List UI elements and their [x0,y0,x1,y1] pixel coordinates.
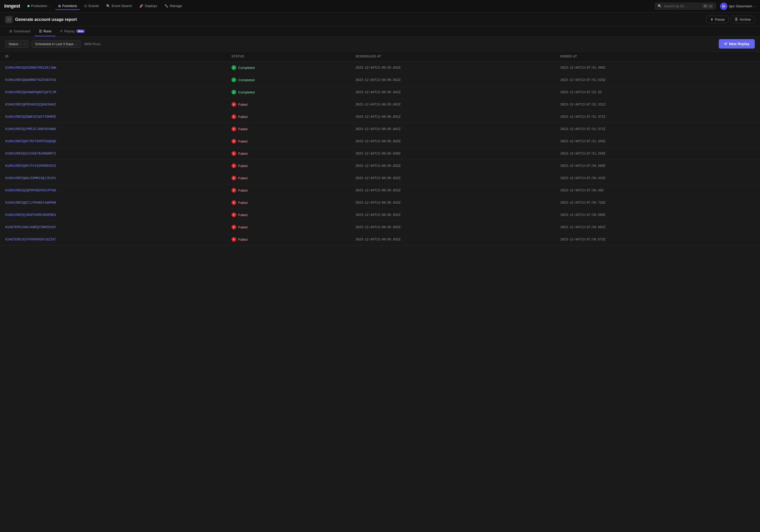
archive-button[interactable]: 🗄 Archive [731,16,755,23]
status-cell: ✓ Completed [231,90,345,94]
table-row: 01HH1XRE5QQT1JYKHKEXJWHPWA ✕ Failed 2023… [0,197,760,209]
pause-icon: ⏸ [710,18,714,22]
run-id-link[interactable]: 01HH1XRE5Q6PJTV16ZM4M8SSVZ [5,164,56,168]
status-cell: ✕ Failed [231,151,345,156]
pause-button[interactable]: ⏸ Pause [706,16,729,23]
status-cell: ✕ Failed [231,188,345,193]
table-row: 01HGTEM5182YF09X8HSF16Z297 ✕ Failed 2023… [0,233,760,246]
search-input[interactable] [664,4,700,8]
search-bar[interactable]: 🔍 ⌘ K [655,3,716,10]
ended-at: 2023-12-04T13:07:51.371Z [560,115,605,119]
ended-at: 2023-12-04T13:07:50.433Z [560,176,605,180]
table-row: 01HH1XRE5QJPM5JFJ0AFM29AWG ✕ Failed 2023… [0,123,760,135]
col-scheduled-at: Scheduled At [350,51,555,62]
status-cell: ✓ Completed [231,77,345,82]
status-label: Failed [238,103,247,107]
table-row: 01HH1XRE5Q2QP9P5BZH56JPYA0 ✕ Failed 2023… [0,184,760,197]
run-id-link[interactable]: 01HH1XRE5QGFYRCTDXPFE8Q6Q0 [5,140,56,143]
table-row: 01HH1XRE5Q303DNG70K2Z0JJWW ✓ Completed 2… [0,62,760,74]
status-label: Failed [238,152,247,156]
user-menu[interactable]: IG Igor Gassmann ⌄ [720,3,756,10]
status-icon: ✕ [231,139,236,144]
header-actions: ⏸ Pause 🗄 Archive [706,16,755,23]
scheduled-at: 2023-12-04T13:00:05.041Z [356,127,401,131]
nav-event-search[interactable]: 🔍 Event Search [103,2,135,10]
nav-manage[interactable]: 🔧 Manage [161,2,185,10]
search-bar-icon: 🔍 [658,4,662,8]
run-id-link[interactable]: 01HH1XRE5QPRSH0ZGZQ6A2KAVZ [5,103,56,107]
tab-runs[interactable]: ☰ Runs [35,26,56,36]
page-header: ⬛ Generate account usage report ⏸ Pause … [0,13,760,26]
run-id-link[interactable]: 01HH1XRE5QJPM5JFJ0AFM29AWG [5,127,56,131]
run-id-link[interactable]: 01HGTEM5182YF09X8HSF16Z297 [5,238,56,241]
table-row: 01HH1XRE5QJHG0T8GMFADGPBE6 ✕ Failed 2023… [0,209,760,221]
status-label: Failed [238,176,247,180]
ended-at: 2023-12-04T13:07:51.525Z [560,78,605,82]
nav-production-label: Production [31,4,47,8]
scheduled-at: 2023-12-04T13:00:05.032Z [356,225,401,229]
ended-at: 2023-12-04T13:07:51.371Z [560,127,605,131]
ended-at: 2023-12-04T13:07:50.673Z [560,238,605,241]
status-label: Failed [238,164,247,168]
status-icon: ✕ [231,237,236,242]
table-row: 01HH1XRE5Q3DWEXZCW47YDHMVE ✕ Failed 2023… [0,111,760,123]
logo: inngest [4,3,20,9]
nav-events[interactable]: ⊡ Events [81,2,102,10]
run-id-link[interactable]: 01HH1XRE5QQT1JYKHKEXJWHPWA [5,201,56,205]
kbd-cmd: ⌘ [703,4,708,8]
user-chevron-icon: ⌄ [754,5,756,8]
scheduled-filter[interactable]: Scheduled in Last 3 Days ⌄ [31,40,80,48]
page-title: Generate account usage report [15,17,77,22]
ended-at: 2023-12-04T13:07:52.331Z [560,103,605,107]
run-id-link[interactable]: 01HGTEM518A6JXWPQY5NKD910Y [5,225,56,229]
functions-icon: ⊞ [58,4,61,8]
nav-deploys[interactable]: 🚀 Deploys [136,2,160,10]
topnav: inngest Production ⌄ ⊞ Functions ⊡ Event… [0,0,760,13]
events-icon: ⊡ [84,4,87,8]
table-header: ID Status Scheduled At Ended At [0,51,760,62]
status-icon: ✕ [231,213,236,217]
status-filter[interactable]: Status ··· ⌄ [5,40,29,48]
status-label: Failed [238,139,247,143]
run-id-link[interactable]: 01HH1XRE5Q2QP9P5BZH56JPYA0 [5,189,56,192]
status-chevron-icon: ⌄ [24,43,25,45]
ended-at: 2023-12-04T13:07:50.509Z [560,213,605,217]
ended-at: 2023-12-04T13:07:50.588Z [560,164,605,168]
col-ended-at: Ended At [555,51,760,62]
scheduled-at: 2023-12-04T13:00:05.032Z [356,201,401,205]
run-id-link[interactable]: 01HH1XRE5Q94DW68QAFFQ4TCJM [5,91,56,94]
production-dot-icon [27,5,29,7]
status-label: Failed [238,225,247,229]
run-id-link[interactable]: 01HH1XRE5QAAJS9MM19QJJD1R1 [5,176,56,180]
table-row: 01HGTEM518A6JXWPQY5NKD910Y ✕ Failed 2023… [0,221,760,233]
ended-at: 2023-12-04T13:07:50.682Z [560,225,605,229]
avatar: IG [720,3,727,10]
table-row: 01HH1XRE5Q4153GA7B48RWAM72 ✕ Failed 2023… [0,148,760,160]
run-id-link[interactable]: 01HH1XRE5Q3DWEXZCW47YDHMVE [5,115,56,119]
status-label: Completed [238,78,255,82]
nav-event-search-label: Event Search [112,4,132,8]
new-replay-button[interactable]: ↺ New Replay [719,39,755,49]
scheduled-at: 2023-12-04T13:00:05.042Z [356,103,401,107]
status-cell: ✕ Failed [231,139,345,144]
tab-replay[interactable]: ↺ Replay New [56,26,89,36]
scheduled-at: 2023-12-04T13:00:05.042Z [356,66,401,70]
archive-icon: 🗄 [735,18,738,22]
nav-production[interactable]: Production ⌄ [24,2,54,10]
status-label: Failed [238,213,247,217]
run-id-link[interactable]: 01HH1XRE5Q6W0RNFYGZFG03TG4 [5,78,56,82]
user-name: Igor Gassmann [729,4,752,8]
scheduled-at: 2023-12-04T13:00:05.032Z [356,164,401,168]
status-label: Failed [238,127,247,131]
run-id-link[interactable]: 01HH1XRE5Q4153GA7B48RWAM72 [5,152,56,156]
ended-at: 2023-12-04T13:07:52.5Z [560,91,601,94]
scheduled-at: 2023-12-04T13:00:05.042Z [356,78,401,82]
run-id-link[interactable]: 01HH1XRE5QJHG0T8GMFADGPBE6 [5,213,56,217]
table-row: 01HH1XRE5QGFYRCTDXPFE8Q6Q0 ✕ Failed 2023… [0,135,760,148]
run-id-link[interactable]: 01HH1XRE5Q303DNG70K2Z0JJWW [5,66,56,70]
nav-functions[interactable]: ⊞ Functions [55,2,80,10]
scheduled-filter-label: Scheduled in Last 3 Days [35,42,73,46]
scheduled-at: 2023-12-04T13:00:05.032Z [356,176,401,180]
runs-table-wrap: ID Status Scheduled At Ended At 01HH1XRE… [0,51,760,246]
tab-dashboard[interactable]: ⊞ Dashboard [5,26,35,36]
